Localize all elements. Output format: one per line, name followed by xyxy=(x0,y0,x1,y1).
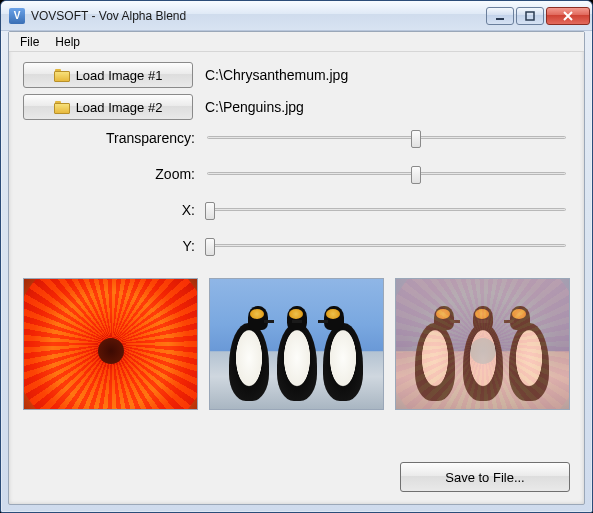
slider-thumb[interactable] xyxy=(205,202,215,220)
app-window: V VOVSOFT - Vov Alpha Blend File Help Lo… xyxy=(0,0,593,513)
y-slider[interactable] xyxy=(203,236,570,256)
load-image-2-label: Load Image #2 xyxy=(76,100,163,115)
row-x: X: xyxy=(23,198,570,222)
app-icon: V xyxy=(9,8,25,24)
window-title: VOVSOFT - Vov Alpha Blend xyxy=(31,9,486,23)
preview-row xyxy=(23,278,570,410)
folder-icon xyxy=(54,101,70,114)
zoom-label: Zoom: xyxy=(23,166,203,182)
image-1-path: C:\Chrysanthemum.jpg xyxy=(205,67,348,83)
folder-icon xyxy=(54,69,70,82)
image-2-path: C:\Penguins.jpg xyxy=(205,99,304,115)
slider-track xyxy=(207,244,566,247)
row-zoom: Zoom: xyxy=(23,162,570,186)
slider-thumb[interactable] xyxy=(411,130,421,148)
slider-track xyxy=(207,208,566,211)
load-image-2-button[interactable]: Load Image #2 xyxy=(23,94,193,120)
load-image-1-button[interactable]: Load Image #1 xyxy=(23,62,193,88)
client-area: File Help Load Image #1 C:\Chrysanthemum… xyxy=(8,31,585,505)
load-image-1-label: Load Image #1 xyxy=(76,68,163,83)
x-slider[interactable] xyxy=(203,200,570,220)
svg-rect-1 xyxy=(526,12,534,20)
menubar: File Help xyxy=(9,32,584,52)
save-label: Save to File... xyxy=(445,470,524,485)
y-label: Y: xyxy=(23,238,203,254)
slider-track xyxy=(207,172,566,175)
row-y: Y: xyxy=(23,234,570,258)
slider-thumb[interactable] xyxy=(411,166,421,184)
menu-file[interactable]: File xyxy=(13,33,46,51)
preview-blend xyxy=(395,278,570,410)
transparency-label: Transparency: xyxy=(23,130,203,146)
preview-image-1 xyxy=(23,278,198,410)
row-transparency: Transparency: xyxy=(23,126,570,150)
zoom-slider[interactable] xyxy=(203,164,570,184)
content: Load Image #1 C:\Chrysanthemum.jpg Load … xyxy=(9,52,584,504)
x-label: X: xyxy=(23,202,203,218)
preview-image-2 xyxy=(209,278,384,410)
row-load-1: Load Image #1 C:\Chrysanthemum.jpg xyxy=(23,62,570,88)
maximize-icon xyxy=(525,11,535,21)
slider-track xyxy=(207,136,566,139)
titlebar: V VOVSOFT - Vov Alpha Blend xyxy=(1,1,592,31)
close-button[interactable] xyxy=(546,7,590,25)
slider-thumb[interactable] xyxy=(205,238,215,256)
minimize-button[interactable] xyxy=(486,7,514,25)
maximize-button[interactable] xyxy=(516,7,544,25)
footer: Save to File... xyxy=(23,448,570,492)
menu-help[interactable]: Help xyxy=(48,33,87,51)
transparency-slider[interactable] xyxy=(203,128,570,148)
save-to-file-button[interactable]: Save to File... xyxy=(400,462,570,492)
window-controls xyxy=(486,7,590,25)
row-load-2: Load Image #2 C:\Penguins.jpg xyxy=(23,94,570,120)
svg-rect-0 xyxy=(496,18,504,20)
minimize-icon xyxy=(495,11,505,21)
close-icon xyxy=(562,10,574,22)
